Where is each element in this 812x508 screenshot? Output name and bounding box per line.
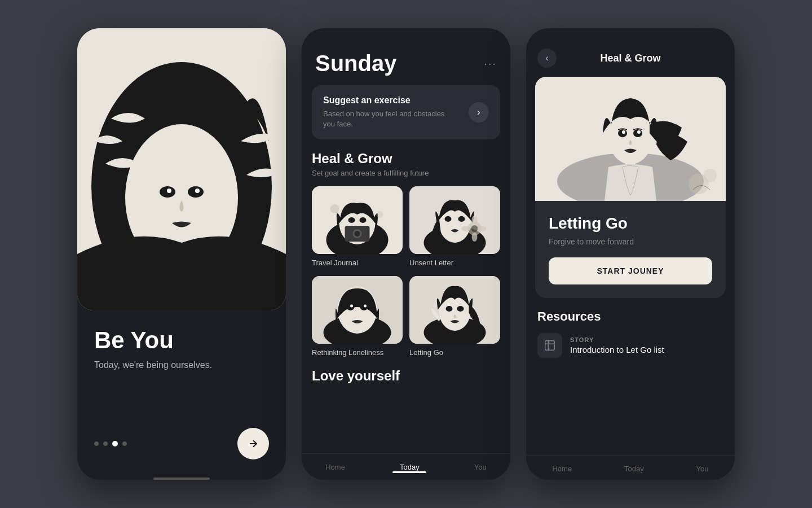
hero-subtitle: Forgive to move forward [549,237,712,246]
resource-item[interactable]: STORY Introduction to Let Go list [537,333,723,358]
svg-point-5 [167,189,171,193]
travel-journal-card[interactable] [312,186,403,254]
resources-title: Resources [537,309,723,324]
start-journey-button[interactable]: START JOUNEY [549,257,712,284]
svg-point-49 [637,130,641,134]
menu-dots[interactable]: ··· [484,57,497,70]
card-grid-2: Rethinking Loneliness [302,276,510,357]
svg-point-16 [330,204,339,213]
svg-point-22 [458,216,465,222]
svg-rect-52 [545,341,555,351]
nav-home-3[interactable]: Home [541,462,583,475]
dot-1[interactable] [94,441,99,446]
hero-title: Letting Go [549,214,712,233]
resource-icon [537,333,562,358]
carousel-dots [94,441,127,446]
svg-point-32 [341,307,374,330]
phone-1-title: Be You [94,327,174,353]
svg-point-26 [478,226,487,231]
back-button[interactable]: ‹ [537,49,557,68]
svg-point-6 [195,189,200,193]
suggest-text: Suggest an exercise Based on how you fee… [323,95,453,129]
suggest-arrow[interactable]: › [469,102,489,122]
bottom-nav-3: Home Today You [526,455,735,480]
nav-today-2[interactable]: Today [381,461,438,475]
rethinking-card[interactable] [312,276,403,344]
travel-journal-label: Travel Journal [312,259,403,267]
svg-point-34 [360,304,368,310]
svg-point-35 [350,305,353,308]
svg-point-25 [472,216,478,225]
unsent-letter-card[interactable] [409,186,500,254]
phone-1: Be You Today, we're being ourselves. [77,28,286,480]
rethinking-label: Rethinking Loneliness [312,348,403,357]
unsent-letter-label: Unsent Letter [409,259,500,267]
svg-point-15 [360,217,367,223]
svg-point-27 [472,233,478,242]
resource-name: Introduction to Let Go list [570,345,664,354]
phone-2: Sunday ··· Suggest an exercise Based on … [302,28,510,480]
nav-you-3[interactable]: You [685,462,720,475]
letting-go-item[interactable]: Letting Go [409,276,500,357]
suggest-title: Suggest an exercise [323,95,453,106]
svg-point-41 [457,306,464,312]
bottom-nav-2: Home Today You [302,453,510,480]
rethinking-item[interactable]: Rethinking Loneliness [312,276,403,357]
dot-2[interactable] [103,441,108,446]
svg-point-24 [471,225,478,232]
travel-journal-item[interactable]: Travel Journal [312,186,403,267]
phone-3: ‹ Heal & Grow [526,28,735,480]
svg-point-48 [622,130,625,134]
letting-go-card[interactable] [409,276,500,344]
nav-home-2[interactable]: Home [314,461,356,475]
phone-1-subtitle: Today, we're being ourselves. [94,360,212,370]
phone-3-title: Heal & Grow [557,52,704,64]
phone-1-illustration [77,28,286,310]
nav-today-3[interactable]: Today [613,462,655,475]
unsent-letter-item[interactable]: Unsent Letter [409,186,500,267]
next-button[interactable] [237,428,269,459]
letting-go-label: Letting Go [409,348,500,357]
svg-rect-7 [77,288,286,310]
svg-point-13 [355,231,360,237]
resources-section: Resources STORY Introduction to Let Go l… [526,298,735,358]
svg-point-51 [703,169,717,182]
heal-section-title: Heal & Grow [302,151,510,169]
svg-point-14 [348,217,355,223]
love-section-title: Love yourself [302,366,510,388]
active-underline [392,471,426,473]
dot-4[interactable] [122,441,127,446]
hero-illustration [535,77,726,201]
resource-text: STORY Introduction to Let Go list [570,336,664,354]
svg-point-33 [347,304,355,310]
scroll-indicator [153,478,210,480]
suggest-description: Based on how you feel and obstacles you … [323,109,453,129]
svg-point-17 [377,211,383,218]
resource-type: STORY [570,336,664,343]
phone-2-header: Sunday ··· [302,28,510,85]
svg-point-28 [462,226,471,231]
svg-point-40 [446,306,453,312]
card-grid: Travel Journal [302,186,510,267]
nav-you-2[interactable]: You [463,461,498,475]
day-label: Sunday [315,51,396,76]
hero-card: Letting Go Forgive to move forward START… [535,77,726,298]
svg-point-36 [364,305,367,308]
heal-section-subtitle: Set goal and create a fulfilling future [302,169,510,186]
dot-3[interactable] [112,441,118,446]
phone-3-header: ‹ Heal & Grow [526,28,735,77]
svg-point-21 [445,216,452,222]
hero-info: Letting Go Forgive to move forward START… [535,201,726,298]
suggest-card[interactable]: Suggest an exercise Based on how you fee… [312,85,500,139]
